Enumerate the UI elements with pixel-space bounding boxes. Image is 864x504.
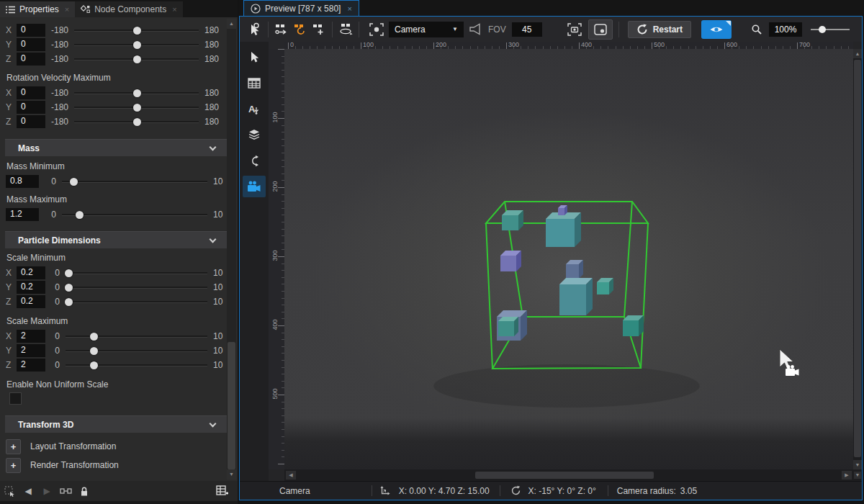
section-header-transform3d[interactable]: Transform 3D [5,415,227,433]
chevron-down-icon[interactable] [210,236,217,243]
value-input[interactable]: 2 [17,330,45,343]
lock-icon[interactable] [75,486,94,497]
layers-tool-button[interactable] [243,124,266,145]
slider-track[interactable] [62,214,207,216]
preview-viewport[interactable] [284,49,853,469]
chevron-down-icon[interactable] [210,420,217,428]
focus-camera-button[interactable] [367,19,386,40]
slider-thumb[interactable] [90,361,98,369]
zoom-slider[interactable] [811,29,850,30]
select-tool-button[interactable] [246,19,264,40]
close-icon[interactable]: × [65,5,69,14]
back-icon[interactable]: ◀ [19,486,37,496]
slider-track[interactable] [66,272,207,274]
scroll-right-icon[interactable]: ▶ [842,471,852,480]
slider-track[interactable] [66,287,207,289]
value-input[interactable]: 1.2 [6,208,39,221]
slider-thumb[interactable] [133,118,141,126]
slider-thumb[interactable] [90,333,98,341]
scroll-down-icon[interactable]: ▼ [854,472,861,479]
vertical-scrollbar[interactable]: ▲ ▼ [853,49,862,469]
pointer-tool-button[interactable] [243,46,266,68]
slider-thumb[interactable] [70,178,78,186]
slider-track[interactable] [62,181,207,183]
value-input[interactable]: 0.2 [17,266,45,279]
slider-thumb[interactable] [133,41,141,49]
scrollbar-thumb[interactable] [854,60,861,457]
slider-row: Y2010 [6,343,226,358]
tab-node-components[interactable]: Node Components × [75,1,183,17]
value-input[interactable]: 0 [17,101,45,114]
scrollbar-thumb[interactable] [475,472,654,479]
screenshot-button[interactable] [565,19,584,40]
slider-track[interactable] [66,350,207,352]
slider-track[interactable] [66,301,207,303]
value-input[interactable]: 0 [17,115,45,128]
value-input[interactable]: 2 [17,359,45,372]
value-input[interactable]: 0 [17,38,45,51]
scroll-up-icon[interactable]: ▲ [853,49,862,58]
panel-scrollbar[interactable]: ▲ ▼ [227,19,236,480]
text-tool-button[interactable]: A [243,98,266,120]
value-input[interactable]: 0 [17,53,45,66]
slider-track[interactable] [66,364,207,366]
add-table-icon[interactable] [213,485,232,498]
scroll-down-icon[interactable]: ▼ [853,460,862,469]
fov-input[interactable]: 45 [512,22,542,37]
value-input[interactable]: 0.2 [17,295,45,308]
slider-track[interactable] [74,58,199,60]
grid-tool-button[interactable] [243,72,266,94]
value-input[interactable]: 0 [17,24,45,37]
select-frame-icon[interactable] [0,486,19,497]
slider-thumb[interactable] [133,104,141,112]
add-button[interactable]: + [6,439,21,454]
enable-non-uniform-scale-checkbox[interactable] [9,392,22,405]
camera-tool-button[interactable] [243,176,266,197]
slider-row: Y0-180180 [6,100,226,114]
display-mode-button[interactable] [588,19,613,40]
flip-node-button[interactable] [336,19,355,40]
slider-track[interactable] [74,44,199,46]
value-input[interactable]: 2 [17,344,45,357]
camera-dropdown[interactable]: Camera ▼ [389,22,464,37]
scroll-up-icon[interactable]: ▲ [227,19,236,29]
slider-thumb[interactable] [133,89,141,97]
close-icon[interactable]: × [172,5,176,14]
value-input[interactable]: 0.8 [6,175,39,188]
slider-thumb[interactable] [65,269,73,277]
zoom-level-input[interactable]: 100% [769,22,802,37]
add-node-button[interactable] [310,19,328,40]
move-node-button[interactable] [272,19,291,40]
slider-thumb[interactable] [76,211,84,219]
slider-thumb[interactable] [133,55,141,63]
slider-thumb[interactable] [65,284,73,292]
chevron-down-icon[interactable] [210,144,217,151]
zoom-slider-thumb[interactable] [819,26,826,33]
tab-preview[interactable]: Preview [787 x 580] × [243,0,359,16]
branch-tool-button[interactable] [243,150,266,171]
slider-track[interactable] [74,92,199,94]
horizontal-scrollbar[interactable]: ◀ ▶ [284,469,853,481]
add-button[interactable]: + [6,458,21,473]
section-header-particle-dimensions[interactable]: Particle Dimensions [5,231,227,248]
linked-nodes-icon[interactable] [56,486,75,496]
slider-thumb[interactable] [90,347,98,355]
rotate-node-button[interactable] [291,19,310,40]
value-input[interactable]: 0.2 [17,281,45,294]
value-input[interactable]: 0 [17,86,45,99]
scroll-left-icon[interactable]: ◀ [286,471,296,480]
preview-visibility-toggle[interactable] [701,20,732,39]
section-header-mass[interactable]: Mass [5,139,227,156]
slider-track[interactable] [74,30,199,32]
slider-thumb[interactable] [133,27,141,35]
slider-track[interactable] [66,336,207,338]
slider-thumb[interactable] [65,298,73,306]
restart-button[interactable]: Restart [628,21,691,38]
scroll-down-icon[interactable]: ▼ [227,469,236,480]
corner-fold [726,21,731,26]
slider-track[interactable] [74,107,199,109]
tab-properties[interactable]: Properties × [0,1,75,17]
slider-track[interactable] [74,121,199,123]
scrollbar-thumb[interactable] [228,342,235,469]
close-icon[interactable]: × [347,4,351,13]
